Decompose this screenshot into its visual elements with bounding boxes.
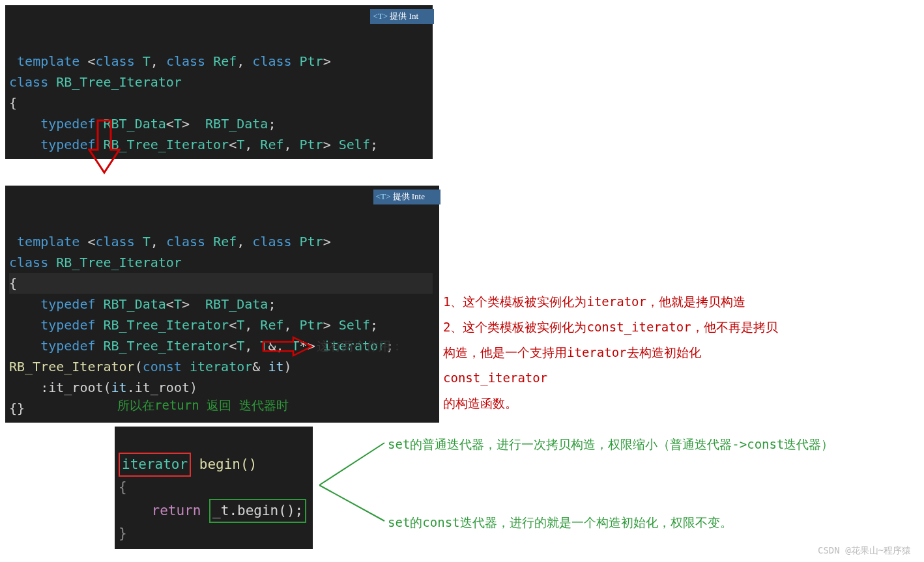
anno-red-line: 1、这个类模板被实例化为iterator，他就是拷贝构造 — [443, 289, 782, 315]
annotation-green-r1: set的普通迭代器，进行一次拷贝构造，权限缩小（普通迭代器->const迭代器） — [388, 436, 833, 453]
annotation-green-r2: set的const迭代器，进行的就是一个构造初始化，权限不变。 — [388, 514, 732, 531]
highlight-iterator: iterator — [119, 453, 191, 477]
annotation-green-top: 所以在return 返回 迭代器时 — [117, 397, 289, 414]
watermark: CSDN @花果山~程序猿 — [818, 545, 911, 557]
code-block-1: <T> 提供 Int template <class T, class Ref,… — [5, 5, 433, 159]
anno-red-line: 2、这个类模板被实例化为const_iterator，他不再是拷贝 — [443, 315, 782, 340]
green-connector-icon — [319, 433, 391, 524]
intellisense-hint: <T> 提供 Int — [370, 9, 434, 24]
code-block-2: <T> 提供 Inte template <class T, class Ref… — [5, 186, 439, 423]
annotation-label: 这有两个作用： — [317, 338, 403, 355]
annotation-pointer: 这有两个作用： — [261, 335, 403, 358]
highlight-return: _t.begin(); — [209, 499, 306, 524]
code-block-3: iterator begin() { return _t.begin(); } — [115, 427, 313, 549]
red-arrow-down-icon — [88, 117, 121, 176]
annotation-red-block: 1、这个类模板被实例化为iterator，他就是拷贝构造 2、这个类模板被实例化… — [443, 289, 782, 416]
anno-red-line: 构造，他是一个支持用iterator去构造初始化const_iterator — [443, 340, 782, 391]
svg-line-1 — [319, 485, 384, 521]
anno-red-line: 的构造函数。 — [443, 391, 782, 416]
red-arrow-right-icon — [261, 335, 313, 358]
intellisense-hint: <T> 提供 Inte — [373, 190, 440, 204]
svg-line-0 — [319, 443, 384, 485]
